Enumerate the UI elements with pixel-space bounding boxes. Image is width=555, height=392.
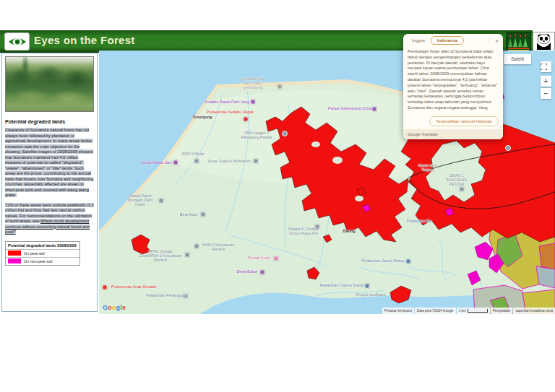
fullscreen-button[interactable] [541, 61, 551, 72]
place-icon[interactable] [505, 145, 511, 151]
google-logo[interactable]: Google [103, 304, 126, 311]
legend-title: Potential degraded lands 2008/2009 [6, 242, 79, 249]
map-label[interactable]: MTsN Sungai Cina/MTsN 2 Kepulauan Merant… [139, 249, 182, 262]
map-label[interactable]: Pelabuhan Bu [407, 219, 432, 223]
close-icon[interactable]: ✕ [494, 38, 500, 43]
school-icon[interactable] [282, 131, 288, 136]
fullscreen-icon [541, 64, 547, 70]
map-label[interactable]: Surau Subulul Muhtadim [207, 159, 251, 163]
map-label[interactable]: Desa Bokor [237, 269, 258, 274]
map-label[interactable]: Masjid Darul Muttaqin Parit Kasih [123, 193, 158, 206]
school-icon[interactable] [194, 158, 199, 164]
school-icon[interactable] [194, 243, 199, 249]
keyboard-shortcuts-link[interactable]: Pintasan keyboard [382, 308, 414, 314]
map-label: Kantor desa Tanjung [416, 164, 440, 173]
forest-photo [5, 56, 94, 112]
map-attribution: Pintasan keyboard Data peta ©2024 Google… [382, 308, 555, 314]
google-translate-attribution: Google Translate [403, 129, 503, 139]
translate-button-row: Terjemahkan seluruh halaman [403, 111, 503, 129]
eye-leaf-icon [8, 35, 27, 48]
legend-label-peat: On peat soil [24, 251, 45, 256]
map-label[interactable]: Pelabuhan Penanggau [146, 293, 186, 297]
map-label[interactable]: Pelabuhan Jambi Sokop [361, 258, 405, 263]
section-title: Potential degraded lands [5, 119, 94, 124]
map-label[interactable]: Pantai Gelombang Cinta [328, 106, 371, 110]
map-label[interactable]: SMA Negeri 2 Rangsang Pesisir [239, 131, 274, 139]
scale-label: 1 km [459, 308, 466, 313]
legend-box: Potential degraded lands 2008/2009 On pe… [5, 241, 80, 266]
map-label[interactable]: Puskesmas Kedabu Rapat [206, 110, 253, 114]
mosque-icon[interactable] [158, 198, 164, 204]
google-letter: e [122, 304, 126, 311]
school-icon[interactable] [184, 252, 190, 258]
harbor-icon[interactable] [364, 283, 370, 289]
map-label: jembatan jati kayu batu gemunjung [237, 77, 269, 90]
zoom-in-button[interactable]: + [541, 76, 551, 87]
map-label[interactable]: Mesjid raudhatul [356, 292, 385, 297]
map-label[interactable]: Masjid Al Ghuffar Dusun Kayu Ara [286, 227, 321, 235]
page: Eyes on the Forest WWF [0, 0, 555, 392]
place-icon[interactable] [200, 212, 206, 217]
village-icon[interactable] [173, 160, 178, 165]
school-icon[interactable] [459, 186, 465, 192]
eyes-on-forest-logo[interactable] [4, 32, 30, 51]
legend-swatch-peat [8, 251, 21, 256]
sidebar-paragraph-1: Clearance of Sumatra's natural forest ha… [5, 128, 94, 199]
translate-whole-page-button[interactable]: Terjemahkan seluruh halaman [429, 116, 499, 126]
translated-text: Pembukaan hutan alam di Sumatera tidak s… [403, 47, 503, 111]
translate-tab-english[interactable]: Inggris [406, 37, 431, 44]
sidebar-panel: Potential degraded lands Clearance of Su… [1, 53, 98, 312]
panda-icon [534, 32, 554, 51]
map-label[interactable]: Rumah Aulia [247, 256, 270, 260]
mosque-icon[interactable] [253, 158, 259, 164]
map-label[interactable]: Kedabu Rapat Parit Jang [205, 100, 249, 104]
zoom-out-button[interactable]: − [541, 88, 551, 99]
map-label[interactable]: SDN 9 Melai [182, 152, 205, 156]
scale-line [468, 309, 488, 313]
legend-swatch-nonpeat [8, 258, 21, 263]
legend-row-peat: On peat soil [6, 249, 79, 257]
app-title: Eyes on the Forest [34, 34, 135, 46]
more-options-icon[interactable]: ⋮ [486, 38, 494, 43]
map-label: Sinunjung [193, 115, 212, 119]
map-label[interactable]: Pelabuhan Utama Sokop [319, 283, 363, 287]
map-label[interactable]: Desa Mekar Sari [142, 160, 172, 165]
attraction-icon[interactable] [371, 106, 377, 112]
report-error-link[interactable]: Laporkan kesalahan peta [513, 308, 555, 314]
map-label: SMAN 1 RANGSANG PESISIR [441, 174, 473, 187]
map-data-credit: Data peta ©2024 Google [415, 308, 456, 314]
map-label: Bering [343, 229, 355, 233]
sidebar-paragraph-2: 72% of these areas were outside peatland… [5, 203, 94, 235]
google-translate-popup: Inggris Indonesia ⋮ ✕ Pembukaan hutan al… [403, 34, 503, 139]
hospital-icon[interactable] [243, 116, 249, 122]
harbor-icon[interactable] [405, 258, 411, 264]
lodging-icon[interactable] [273, 256, 279, 261]
map-label[interactable]: Bina Maju [180, 212, 197, 217]
translate-popup-header: Inggris Indonesia ⋮ ✕ [403, 34, 503, 47]
village-icon[interactable] [259, 269, 265, 275]
hospital-icon[interactable] [102, 284, 108, 290]
highlighted-text-1: Clearance of Sumatra's natural forest ha… [5, 128, 93, 197]
bridge-icon[interactable] [277, 84, 283, 90]
legend-label-nonpeat: On non-peat soil [24, 259, 53, 263]
terms-link[interactable]: Persyaratan [491, 308, 513, 314]
satellite-toggle-button[interactable]: Satelit [504, 54, 531, 64]
translate-tab-indonesian[interactable]: Indonesia [431, 36, 464, 45]
map-label[interactable]: Puskesmas Anak Setatah [111, 284, 157, 289]
scale-bar: 1 km [457, 308, 490, 314]
legend-row-nonpeat: On non-peat soil [6, 257, 79, 265]
map-label[interactable]: MAN 2 Kepulauan Meranti [201, 243, 236, 251]
shop-icon[interactable] [250, 99, 256, 105]
